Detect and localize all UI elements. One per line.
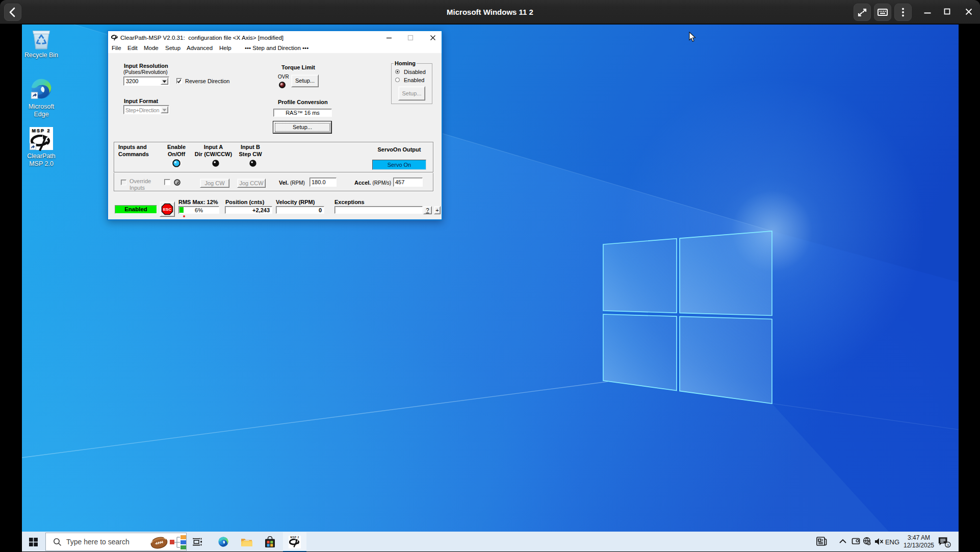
- svg-text:3: 3: [947, 543, 949, 547]
- svg-text:ESC: ESC: [163, 207, 172, 212]
